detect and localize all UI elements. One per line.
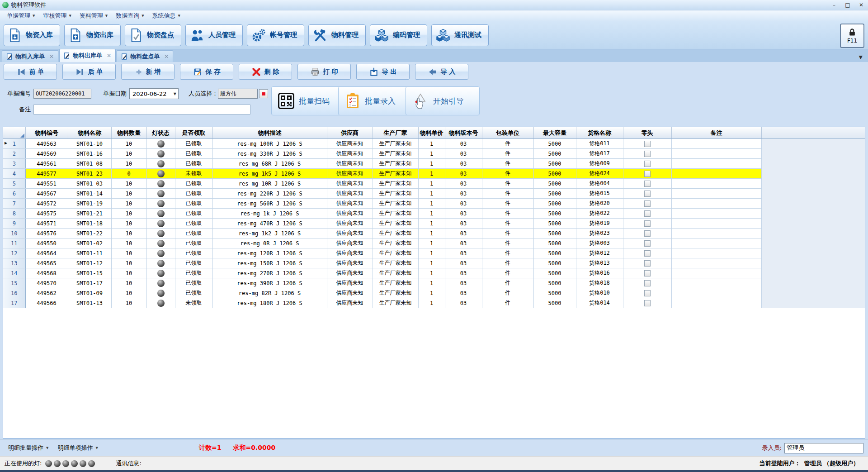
cell-description[interactable]: res-mg 1k J 1206 S — [212, 209, 327, 219]
cell-supplier[interactable]: 供应商未知 — [327, 159, 373, 169]
cell-received-status[interactable]: 已领取 — [175, 229, 212, 238]
cell-received-status[interactable]: 已领取 — [175, 258, 212, 268]
cell-filler[interactable] — [761, 238, 865, 248]
cell-remark[interactable] — [671, 219, 761, 229]
cell-version[interactable]: 03 — [445, 159, 482, 169]
table-row[interactable]: 2449569SMT01-1610已领取res-mg 330R J 1206 S… — [3, 149, 865, 159]
cell-unit-price[interactable]: 1 — [418, 288, 445, 298]
cell-light-status[interactable] — [146, 199, 175, 209]
cell-package-unit[interactable]: 件 — [482, 229, 533, 238]
table-row[interactable]: 8449575SMT01-2110已领取res-mg 1k J 1206 S供应… — [3, 209, 865, 219]
cell-version[interactable]: 03 — [445, 149, 482, 159]
cell-manufacturer[interactable]: 生产厂家未知 — [373, 179, 418, 189]
cell-unit-price[interactable]: 1 — [418, 278, 445, 288]
cell-supplier[interactable]: 供应商未知 — [327, 139, 373, 149]
cell-max-capacity[interactable]: 5000 — [533, 209, 576, 219]
doc-date-dropdown[interactable]: 2020-06-22 ▼ — [129, 88, 179, 99]
cell-quantity[interactable]: 10 — [111, 219, 146, 229]
fraction-checkbox[interactable] — [644, 250, 651, 257]
cell-version[interactable]: 03 — [445, 278, 482, 288]
cell-filler[interactable] — [761, 169, 865, 179]
fraction-checkbox[interactable] — [644, 260, 651, 267]
fraction-checkbox[interactable] — [644, 210, 651, 217]
cell-description[interactable]: res-mg 100R J 1206 S — [212, 139, 327, 149]
cell-material-name[interactable]: SMT01-22 — [68, 229, 111, 238]
cell-material-name[interactable]: SMT01-08 — [68, 159, 111, 169]
cell-manufacturer[interactable]: 生产厂家未知 — [373, 169, 418, 179]
tab-material-out-order[interactable]: 物料出库单 ✕ — [59, 49, 116, 62]
cell-light-status[interactable] — [146, 238, 175, 248]
cell-received-status[interactable]: 已领取 — [175, 179, 212, 189]
cell-filler[interactable] — [761, 189, 865, 199]
cell-manufacturer[interactable]: 生产厂家未知 — [373, 149, 418, 159]
column-header[interactable]: 物料单价 — [418, 127, 445, 139]
cell-max-capacity[interactable]: 5000 — [533, 238, 576, 248]
cell-received-status[interactable]: 已领取 — [175, 268, 212, 278]
fraction-checkbox[interactable] — [644, 181, 651, 187]
cell-fraction[interactable] — [623, 169, 671, 179]
cell-supplier[interactable]: 供应商未知 — [327, 199, 373, 209]
table-row[interactable]: 11449550SMT01-0210已领取res-mg 0R J 1206 S供… — [3, 238, 865, 248]
cell-supplier[interactable]: 供应商未知 — [327, 209, 373, 219]
cell-filler[interactable] — [761, 229, 865, 238]
cell-received-status[interactable]: 已领取 — [175, 278, 212, 288]
cell-package-unit[interactable]: 件 — [482, 139, 533, 149]
cell-package-unit[interactable]: 件 — [482, 159, 533, 169]
lock-f11-button[interactable]: F11 — [840, 24, 864, 48]
print-button[interactable]: 打 印 — [297, 64, 351, 80]
cell-version[interactable]: 03 — [445, 219, 482, 229]
cell-remark[interactable] — [671, 278, 761, 288]
cell-version[interactable]: 03 — [445, 179, 482, 189]
cell-version[interactable]: 03 — [445, 268, 482, 278]
column-header[interactable]: 物料描述 — [212, 127, 327, 139]
toolbar-button-personnel[interactable]: 人员管理 — [185, 24, 243, 46]
save-button[interactable]: 保 存 — [180, 64, 233, 80]
cell-material-code[interactable]: 449566 — [25, 298, 68, 308]
row-header-cell[interactable]: 12 — [3, 248, 25, 258]
cell-max-capacity[interactable]: 5000 — [533, 268, 576, 278]
batch-scan-button[interactable]: 批量扫码 — [271, 86, 344, 115]
maximize-button[interactable]: □ — [841, 1, 854, 9]
cell-version[interactable]: 03 — [445, 229, 482, 238]
row-header-cell[interactable]: 8 — [3, 209, 25, 219]
cell-received-status[interactable]: 已领取 — [175, 199, 212, 209]
cell-remark[interactable] — [671, 159, 761, 169]
cell-max-capacity[interactable]: 5000 — [533, 139, 576, 149]
cell-fraction[interactable] — [623, 149, 671, 159]
cell-filler[interactable] — [761, 139, 865, 149]
entry-clerk-field[interactable] — [784, 443, 863, 453]
table-row[interactable]: 15449570SMT01-1710已领取res-mg 390R J 1206 … — [3, 278, 865, 288]
cell-material-name[interactable]: SMT01-14 — [68, 189, 111, 199]
cell-received-status[interactable]: 已领取 — [175, 159, 212, 169]
cell-material-name[interactable]: SMT01-13 — [68, 298, 111, 308]
cell-max-capacity[interactable]: 5000 — [533, 199, 576, 209]
cell-package-unit[interactable]: 件 — [482, 149, 533, 159]
cell-fraction[interactable] — [623, 288, 671, 298]
cell-material-name[interactable]: SMT01-21 — [68, 209, 111, 219]
cell-max-capacity[interactable]: 5000 — [533, 219, 576, 229]
table-row[interactable]: 7449572SMT01-1910已领取res-mg 560R J 1206 S… — [3, 199, 865, 209]
cell-slot-name[interactable]: 货格023 — [576, 229, 623, 238]
fraction-checkbox[interactable] — [644, 151, 651, 157]
column-header[interactable]: 物料版本号 — [445, 127, 482, 139]
cell-unit-price[interactable]: 1 — [418, 298, 445, 308]
cell-material-code[interactable]: 449563 — [25, 139, 68, 149]
cell-max-capacity[interactable]: 5000 — [533, 258, 576, 268]
row-header-cell[interactable]: 6 — [3, 189, 25, 199]
import-button[interactable]: 导 入 — [415, 64, 468, 80]
menu-item-system-info[interactable]: 系统信息 ▼ — [148, 11, 184, 21]
cell-remark[interactable] — [671, 268, 761, 278]
column-header[interactable]: 是否领取 — [175, 127, 212, 139]
close-icon[interactable]: ✕ — [164, 53, 169, 60]
cell-slot-name[interactable]: 货格019 — [576, 219, 623, 229]
cell-description[interactable]: res-mg 1k5 J 1206 S — [212, 169, 327, 179]
cell-received-status[interactable]: 已领取 — [175, 209, 212, 219]
cell-material-code[interactable]: 449568 — [25, 268, 68, 278]
cell-manufacturer[interactable]: 生产厂家未知 — [373, 209, 418, 219]
cell-fraction[interactable] — [623, 189, 671, 199]
cell-quantity[interactable]: 10 — [111, 149, 146, 159]
cell-supplier[interactable]: 供应商未知 — [327, 258, 373, 268]
cell-version[interactable]: 03 — [445, 189, 482, 199]
cell-received-status[interactable]: 已领取 — [175, 189, 212, 199]
cell-description[interactable]: res-mg 68R J 1206 S — [212, 159, 327, 169]
